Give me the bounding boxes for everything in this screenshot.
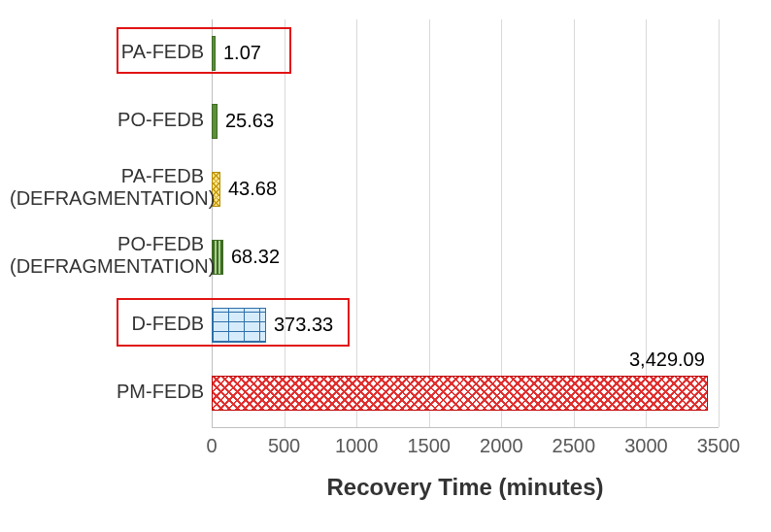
category-label-text: PM-FEDB <box>117 381 204 402</box>
bar-pa-fedb <box>212 36 216 71</box>
gridline <box>356 19 357 427</box>
bar-pm-fedb <box>212 376 708 411</box>
category-label-text: (DEFRAGMENTATION) <box>10 187 215 209</box>
bar-value-label: 373.33 <box>274 314 333 336</box>
x-tick-label: 1500 <box>407 435 451 457</box>
bar-value-label: 25.63 <box>225 110 274 132</box>
category-label: D-FEDB <box>10 313 204 335</box>
bar-value-label: 43.68 <box>228 178 277 200</box>
x-tick-label: 2500 <box>553 435 596 457</box>
bar-value-label: 1.07 <box>223 42 261 64</box>
gridline <box>501 19 502 427</box>
gridline <box>429 19 430 427</box>
gridline <box>719 19 720 427</box>
gridline <box>285 19 285 427</box>
gridline <box>574 19 575 427</box>
category-label-text: PO-FEDB <box>117 233 204 254</box>
bar-d-fedb <box>212 308 266 343</box>
category-label-text: PA-FEDB <box>121 41 204 62</box>
category-label-text: PA-FEDB <box>121 165 204 186</box>
x-tick-label: 0 <box>206 435 217 457</box>
x-tick-label: 3500 <box>697 435 741 457</box>
x-axis-line <box>212 427 719 428</box>
plot-area: 1.07 25.63 43.68 68.32 373.33 3,429.09 <box>212 19 719 427</box>
category-label-text: D-FEDB <box>132 313 204 334</box>
category-label: PO-FEDB (DEFRAGMENTATION) <box>10 233 204 278</box>
bar-po-fedb <box>212 104 218 139</box>
x-axis-title: Recovery Time (minutes) <box>212 474 719 501</box>
category-label: PA-FEDB (DEFRAGMENTATION) <box>10 165 204 210</box>
category-label-text: (DEFRAGMENTATION) <box>10 255 215 277</box>
x-tick-label: 1000 <box>335 435 379 457</box>
bar-value-label: 3,429.09 <box>629 349 705 371</box>
bar-value-label: 68.32 <box>231 246 280 268</box>
x-tick-label: 2000 <box>480 435 523 457</box>
category-label-text: PO-FEDB <box>117 109 204 130</box>
x-tick-label: 3000 <box>624 435 668 457</box>
category-label: PM-FEDB <box>10 381 204 403</box>
category-label: PO-FEDB <box>10 109 204 131</box>
category-label: PA-FEDB <box>10 41 204 63</box>
chart-container: 1.07 25.63 43.68 68.32 373.33 3,429.09 <box>0 0 771 532</box>
y-axis-line <box>212 19 213 427</box>
x-tick-label: 500 <box>268 435 300 457</box>
